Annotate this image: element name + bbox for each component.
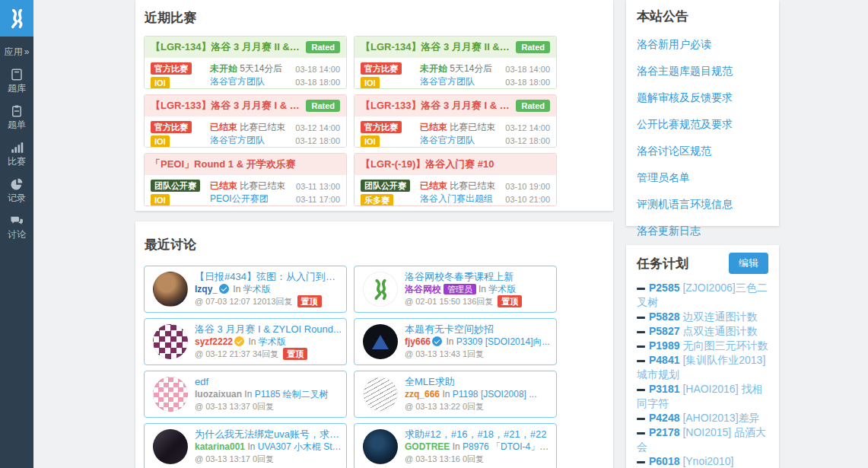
contest-organizer-link[interactable]: PEOI公开赛团 [210,193,269,204]
contest-card[interactable]: 【LGR-133】洛谷 3 月月赛 I & ZYLOI ... Rated 官方… [354,94,557,148]
discussion-card[interactable]: 求助#12，#16，#18，#21，#22 GODTREE In P8976 「… [354,423,557,468]
username-link[interactable]: syzf2222 [195,336,233,347]
problem-id-link[interactable]: P2178 [649,426,679,438]
avatar[interactable] [363,272,398,307]
problem-id-link[interactable]: P1989 [649,339,679,352]
announcement-link[interactable]: 管理员名单 [637,171,768,185]
discussion-card[interactable]: 本题有无卡空间妙招 fjy666 In P3309 [SDOI2014]向...… [354,318,557,365]
avatar[interactable] [363,429,398,464]
sidebar-item-contests[interactable]: 比赛 [8,141,26,167]
discussion-title-link[interactable]: 【日报#434】弦图：从入门到入入... [195,271,342,283]
discussion-title-link[interactable]: 求助#12，#16，#18，#21，#22 [405,428,552,441]
contest-organizer-link[interactable]: 洛谷官方团队 [420,135,475,145]
forum-link[interactable]: 学术版 [259,336,286,347]
avatar[interactable] [153,377,188,412]
discussion-title-link[interactable]: 全MLE求助 [405,376,552,388]
problem-id-link[interactable]: P2585 [649,282,679,294]
contest-title-link[interactable]: 【LGR-134】洛谷 3 月月赛 II &「GLR-... [361,40,511,54]
sidebar-label: 题单 [8,119,26,131]
problem-id-link[interactable]: P3181 [649,383,679,395]
username-link[interactable]: luozaixuan [195,389,242,400]
sidebar-item-records[interactable]: 记录 [8,177,26,204]
sidebar-item-problem-lists[interactable]: 题单 [8,104,26,131]
avatar[interactable] [153,429,188,464]
problem-id-link[interactable]: P4248 [649,412,679,424]
problem-id-link[interactable]: P5828 [649,310,679,323]
announcement-link[interactable]: 洛谷更新日志 [637,224,768,238]
forum-link[interactable]: P8976 「DTOI-4」排... [463,441,552,452]
avatar[interactable] [363,377,398,412]
forum-link[interactable]: P3309 [SDOI2014]向... [456,336,550,347]
contest-title-link[interactable]: 【LGR-133】洛谷 3 月月赛 I & ZYLOI ... [151,99,301,113]
forum-link[interactable]: P1198 [JSOI2008] ... [453,389,537,400]
avatar[interactable] [153,324,188,359]
problem-name-link[interactable]: 无向图三元环计数 [682,339,768,352]
task-item[interactable]: P5828 边双连通图计数 [637,310,768,324]
contest-card[interactable]: 【LGR-134】洛谷 3 月月赛 II &「GLR-... Rated 官方比… [354,36,557,89]
task-item[interactable]: P1989 无向图三元环计数 [637,339,768,353]
contest-organizer-link[interactable]: 洛谷官方团队 [210,135,265,145]
luogu-logo-icon[interactable] [0,0,33,37]
contest-card[interactable]: 「PEOI」Round 1 & 开学欢乐赛 团队公开赛 IOI 已结束 比赛已结… [144,153,347,206]
contest-organizer-link[interactable]: 洛谷入门赛出题组 [420,193,493,204]
problem-id-link[interactable]: P5827 [649,325,679,337]
avatar[interactable] [363,324,398,359]
contest-title-link[interactable]: 【LGR-134】洛谷 3 月月赛 II &「GLR ... [151,40,301,54]
discussion-card[interactable]: 全MLE求助 zzq_666 In P1198 [JSOI2008] ... @… [354,371,557,418]
username-link[interactable]: zzq_666 [405,389,440,400]
discussion-title-link[interactable]: edf [195,376,342,388]
announcement-link[interactable]: 洛谷讨论区规范 [637,145,768,158]
announcement-link[interactable]: 公开比赛规范及要求 [637,118,768,132]
sidebar-item-problems[interactable]: 题库 [8,68,26,94]
username-link[interactable]: 洛谷网校 [405,284,441,294]
forum-link[interactable]: UVA307 小木棍 Sti... [258,441,342,452]
contest-card[interactable]: 【LGR-(-19)】洛谷入门赛 #10 团队公开赛 乐多赛 已结束 比赛已结束… [354,153,557,206]
problem-name-link[interactable]: 点双连通图计数 [682,325,757,337]
contest-organizer-link[interactable]: 洛谷官方团队 [210,76,265,87]
task-item[interactable]: P2585 [ZJOI2006]三色二叉树 [637,281,768,310]
pinned-badge: 置顶 [297,295,322,307]
username-link[interactable]: GODTREE [405,441,450,452]
discussion-card[interactable]: 洛谷网校冬春季课程上新 洛谷网校管理员In 学术版 @ 02-01 15:50 … [354,266,557,313]
discussion-title-link[interactable]: 为什么我无法绑定uva账号，求佬... [195,428,342,441]
username-link[interactable]: fjy666 [405,336,431,347]
task-item[interactable]: P3181 [HAOI2016] 找相同字符 [637,382,768,411]
discussion-title-link[interactable]: 洛谷 3 月月赛 I & ZYLOI Round... [195,323,342,336]
contest-title-link[interactable]: 【LGR-(-19)】洛谷入门赛 #10 [361,158,494,171]
announcement-link[interactable]: 洛谷主题库题目规范 [637,65,768,78]
sidebar-item-discussions[interactable]: 讨论 [8,214,26,240]
contest-card[interactable]: 【LGR-133】洛谷 3 月月赛 I & ZYLOI ... Rated 官方… [144,94,347,148]
contest-title-link[interactable]: 「PEOI」Round 1 & 开学欢乐赛 [151,158,296,171]
task-item[interactable]: P4841 [集训队作业2013]城市规划 [637,353,768,382]
problem-id-link[interactable]: P4841 [649,354,679,366]
task-item[interactable]: P6018 [Ynoi2010] Fusion tree [637,454,768,468]
forum-link[interactable]: 学术版 [488,284,516,294]
avatar[interactable] [153,272,188,307]
discussion-card[interactable]: 洛谷 3 月月赛 I & ZYLOI Round... syzf2222 In … [144,318,347,365]
contest-card[interactable]: 【LGR-134】洛谷 3 月月赛 II &「GLR ... Rated 官方比… [144,36,347,89]
announcement-link[interactable]: 题解审核及反馈要求 [637,91,768,105]
username-link[interactable]: lzqy_ [195,284,218,294]
announcement-link[interactable]: 评测机语言环境信息 [637,198,768,212]
discussion-card[interactable]: 【日报#434】弦图：从入门到入入... lzqy_ In 学术版 @ 07-0… [144,266,347,313]
contest-organizer-link[interactable]: 洛谷官方团队 [420,76,475,87]
discussion-title-link[interactable]: 本题有无卡空间妙招 [405,323,552,336]
contest-end-time: 03-18 18:00 [295,76,340,89]
problem-name-link[interactable]: 边双连通图计数 [682,310,757,323]
sidebar-apps-label: 应用 [5,46,23,58]
announcement-link[interactable]: 洛谷新用户必读 [637,38,768,52]
task-item[interactable]: P5827 点双连通图计数 [637,324,768,339]
problem-name-link[interactable]: [AHOI2013]差异 [682,412,759,424]
task-item[interactable]: P4248 [AHOI2013]差异 [637,411,768,425]
discussion-card[interactable]: edf luozaixuan In P1185 绘制二叉树 @ 03-13 13… [144,371,347,418]
task-item[interactable]: P2178 [NOI2015] 品酒大会 [637,425,768,454]
discussion-title-link[interactable]: 洛谷网校冬春季课程上新 [405,271,552,283]
username-link[interactable]: katarina001 [195,441,245,452]
edit-button[interactable]: 编辑 [729,253,768,274]
forum-link[interactable]: 学术版 [243,284,271,294]
problem-id-link[interactable]: P6018 [649,455,679,467]
contest-title-link[interactable]: 【LGR-133】洛谷 3 月月赛 I & ZYLOI ... [361,99,511,113]
discussion-card[interactable]: 为什么我无法绑定uva账号，求佬... katarina001 In UVA30… [144,423,347,468]
sidebar-item-apps[interactable]: 应用 » [5,46,30,58]
forum-link[interactable]: P1185 绘制二叉树 [255,389,329,400]
